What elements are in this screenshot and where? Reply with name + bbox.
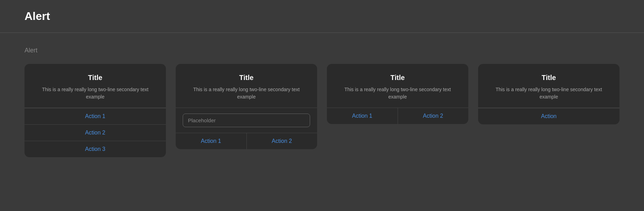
card-3-secondary: This is a really really long two-line se… bbox=[335, 86, 460, 101]
card-3-title: Title bbox=[335, 74, 460, 82]
main-content: Alert Title This is a really really long… bbox=[0, 33, 644, 171]
section-label: Alert bbox=[24, 47, 620, 54]
card-4-secondary: This is a really really long two-line se… bbox=[486, 86, 611, 101]
card-3-actions: Action 1 Action 2 bbox=[327, 108, 468, 124]
card-3-action-1[interactable]: Action 1 bbox=[327, 108, 398, 124]
card-2-action-2[interactable]: Action 2 bbox=[247, 133, 317, 149]
alert-card-2: Title This is a really really long two-l… bbox=[176, 64, 317, 149]
card-1-title: Title bbox=[33, 74, 158, 82]
card-4-body: Title This is a really really long two-l… bbox=[478, 64, 620, 108]
card-2-title: Title bbox=[184, 74, 309, 82]
card-4-title: Title bbox=[486, 74, 611, 82]
card-4-action-1[interactable]: Action bbox=[478, 108, 620, 124]
card-1-action-3[interactable]: Action 3 bbox=[24, 141, 166, 157]
card-1-action-2[interactable]: Action 2 bbox=[24, 125, 166, 141]
header: Alert bbox=[0, 0, 644, 33]
card-1-action-1[interactable]: Action 1 bbox=[24, 108, 166, 125]
card-2-action-1[interactable]: Action 1 bbox=[176, 133, 247, 149]
card-1-secondary: This is a really really long two-line se… bbox=[33, 86, 158, 101]
alert-card-3: Title This is a really really long two-l… bbox=[327, 64, 468, 124]
card-2-input[interactable] bbox=[183, 114, 310, 127]
card-2-secondary: This is a really really long two-line se… bbox=[184, 86, 309, 101]
card-3-action-2[interactable]: Action 2 bbox=[398, 108, 469, 124]
card-2-body: Title This is a really really long two-l… bbox=[176, 64, 317, 108]
card-1-body: Title This is a really really long two-l… bbox=[24, 64, 166, 108]
card-3-body: Title This is a really really long two-l… bbox=[327, 64, 468, 108]
card-1-actions: Action 1 Action 2 Action 3 bbox=[24, 108, 166, 157]
card-2-actions: Action 1 Action 2 bbox=[176, 133, 317, 149]
alert-card-4: Title This is a really really long two-l… bbox=[478, 64, 620, 124]
cards-row: Title This is a really really long two-l… bbox=[24, 64, 620, 157]
alert-card-1: Title This is a really really long two-l… bbox=[24, 64, 166, 157]
page-title: Alert bbox=[24, 10, 620, 23]
card-2-input-section bbox=[176, 108, 317, 133]
